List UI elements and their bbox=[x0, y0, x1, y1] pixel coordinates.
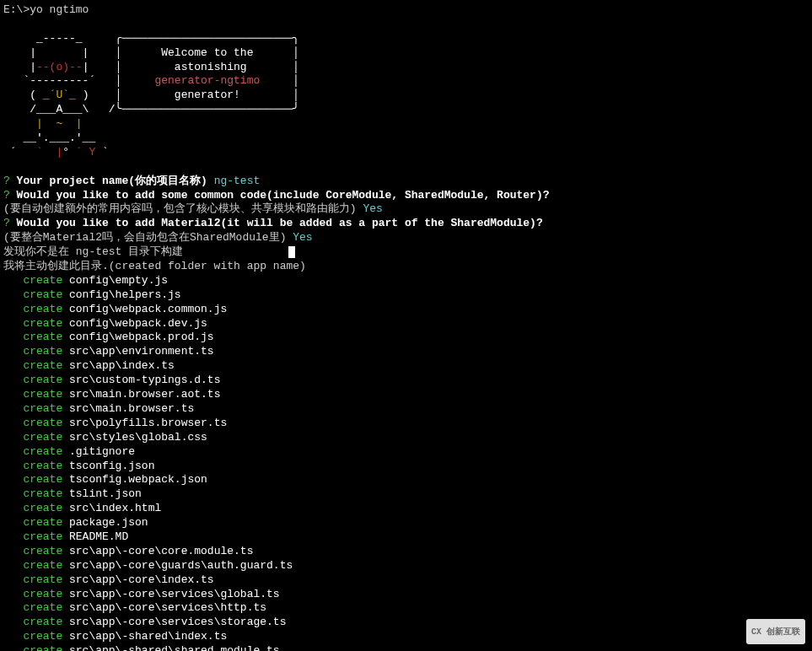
command-prompt: E:\>yo ngtimo bbox=[3, 3, 809, 18]
prompt-material2: ? Would you like to add Material2(it wil… bbox=[3, 217, 809, 231]
file-row: create config\empty.js bbox=[3, 274, 809, 288]
file-row: create config\helpers.js bbox=[3, 288, 809, 303]
file-row: create src\index.html bbox=[3, 502, 809, 516]
file-row: create src\app\-shared\index.ts bbox=[3, 630, 809, 644]
file-row: create src\main.browser.aot.ts bbox=[3, 388, 809, 402]
file-row: create tsconfig.json bbox=[3, 460, 809, 474]
file-row: create src\main.browser.ts bbox=[3, 402, 809, 417]
file-row: create src\app\-shared\shared.module.ts bbox=[3, 644, 809, 651]
file-row: create config\webpack.prod.js bbox=[3, 331, 809, 345]
file-row: create src\app\-core\services\global.ts bbox=[3, 588, 809, 602]
prompt-material2-sub: (要整合Material2吗，会自动包含在SharedModule里) Yes bbox=[3, 231, 809, 245]
prompt-common-code-sub: (要自动创建额外的常用内容吗，包含了核心模块、共享模块和路由能力) Yes bbox=[3, 202, 809, 217]
file-row: create src\app\-core\index.ts bbox=[3, 573, 809, 588]
cursor-icon bbox=[288, 246, 295, 258]
file-row: create src\app\-core\services\http.ts bbox=[3, 601, 809, 616]
file-row: create src\polyfills.browser.ts bbox=[3, 417, 809, 431]
file-row: create src\app\-core\services\storage.ts bbox=[3, 616, 809, 630]
file-row: create src\styles\global.css bbox=[3, 431, 809, 445]
file-row: create tslint.json bbox=[3, 487, 809, 502]
notice-create-dir: 我将主动创建此目录.(created folder with app name) bbox=[3, 260, 809, 274]
notice-not-in-dir: 发现你不是在 ng-test 目录下构建 bbox=[3, 245, 809, 260]
file-row: create package.json bbox=[3, 516, 809, 530]
file-row: create src\app\index.ts bbox=[3, 359, 809, 374]
prompt-project-name: ? Your project name(你的项目名称) ng-test bbox=[3, 175, 809, 189]
file-row: create src\app\-core\guards\auth.guard.t… bbox=[3, 559, 809, 573]
yeoman-ascii-art: _-----_ ╭──────────────────────────╮ | |… bbox=[3, 32, 809, 160]
file-row: create tsconfig.webpack.json bbox=[3, 473, 809, 487]
prompt-common-code: ? Would you like to add some common code… bbox=[3, 189, 809, 203]
watermark-logo: CX 创新互联 bbox=[746, 619, 805, 644]
file-row: create config\webpack.dev.js bbox=[3, 317, 809, 331]
file-row: create .gitignore bbox=[3, 445, 809, 460]
file-row: create src\custom-typings.d.ts bbox=[3, 374, 809, 388]
file-row: create src\app\-core\core.module.ts bbox=[3, 545, 809, 559]
file-row: create src\app\environment.ts bbox=[3, 345, 809, 359]
file-row: create config\webpack.common.js bbox=[3, 303, 809, 317]
created-files-list: create config\empty.jscreate config\help… bbox=[3, 274, 809, 651]
file-row: create README.MD bbox=[3, 530, 809, 545]
